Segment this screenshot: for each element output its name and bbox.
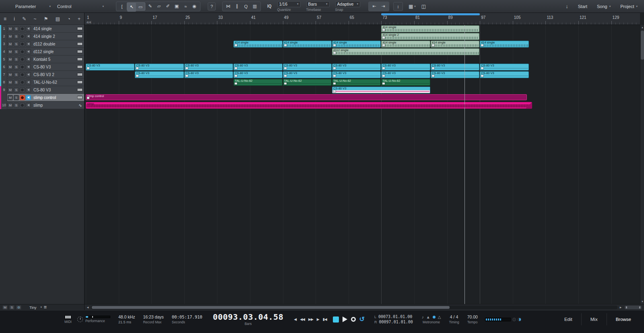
clip[interactable]: CS-80 V3 (480, 71, 528, 78)
list-menu-icon[interactable]: ≣ (43, 305, 47, 310)
crossfade-button[interactable]: ⋈ (224, 2, 233, 11)
clip[interactable]: CS-80 V3 (184, 64, 233, 70)
layers-button[interactable]: ◫ (421, 4, 426, 9)
channel-strip-button[interactable]: ▥ (250, 2, 259, 11)
clip[interactable]: 414 single (480, 41, 528, 48)
track-monitor-button[interactable] (26, 80, 31, 85)
track-name[interactable]: d112 single (31, 50, 76, 54)
track-row[interactable]: 2 M S 414 single 2 (0, 33, 84, 40)
track-monitor-button[interactable] (26, 34, 31, 39)
track-record-arm-button[interactable] (20, 41, 25, 47)
previous-bar-button[interactable]: ◀ (294, 317, 296, 321)
track-record-arm-button[interactable] (20, 80, 25, 85)
clip[interactable]: CS-80 V3 (233, 71, 282, 78)
edit-tool-icon[interactable]: ✎ (22, 16, 26, 22)
track-monitor-button[interactable] (26, 64, 31, 70)
clip[interactable]: 414 single (332, 41, 381, 48)
clip[interactable]: CS-80 V3 (431, 64, 479, 70)
follow-cursor-button[interactable]: ⇥ (379, 2, 388, 11)
track-row[interactable]: 7 M S CS-80 V3 2 (0, 71, 84, 79)
zoom-handle-left[interactable] (626, 306, 627, 308)
quantize-button[interactable]: Q (242, 2, 250, 11)
track-mute-button[interactable]: M (8, 80, 13, 85)
record-button[interactable] (351, 317, 356, 322)
track-solo-button[interactable]: S (14, 41, 19, 47)
track-solo-button[interactable]: S (14, 72, 19, 77)
clip[interactable]: TAL-U-No-62 (381, 79, 430, 86)
range-tool-button[interactable]: ▭ (136, 3, 145, 12)
clip[interactable]: d112 single (332, 48, 479, 55)
play-button[interactable] (343, 316, 347, 322)
clip[interactable]: CS-80 V3 (135, 71, 184, 78)
vertical-scrollbar[interactable]: ▴ ▾ (640, 25, 644, 304)
mix-view-button[interactable]: Mix (581, 313, 607, 325)
track-solo-button[interactable]: S (14, 57, 19, 62)
rewind-button[interactable]: ◀◀ (300, 317, 305, 321)
clip[interactable]: CS-80 V3 (431, 71, 479, 78)
clip-lanes[interactable]: 414 single 414 single 2 414 single 414 s… (85, 25, 640, 304)
arrow-tool-button[interactable]: ↖ (127, 3, 136, 12)
track-monitor-button[interactable] (26, 26, 31, 31)
track-row[interactable]: 6 M S CS-80 V3 (0, 63, 84, 71)
track-record-arm-button[interactable] (20, 64, 25, 70)
track-row[interactable]: 4 M S d112 single (0, 48, 84, 56)
project-page-button[interactable]: Project▾ (620, 4, 638, 9)
scroll-up-button[interactable]: ▴ (640, 26, 644, 29)
timeline-ruler[interactable]: 191725334149576573818997105113121129 4/4 (85, 13, 640, 25)
track-row[interactable]: 8 M S TAL-U-No-62 (0, 79, 84, 86)
track-monitor-button[interactable] (26, 49, 31, 54)
track-monitor-button[interactable] (26, 87, 31, 93)
track-mute-button[interactable]: M (8, 64, 13, 70)
eraser-tool-button[interactable]: ▱ (155, 2, 163, 11)
track-record-arm-button[interactable] (20, 87, 25, 93)
output-device-icon[interactable]: ↓ (566, 3, 568, 9)
track-row[interactable]: M S slimp control (0, 94, 84, 101)
loop-region-bar[interactable] (381, 13, 480, 15)
track-record-arm-button[interactable] (20, 103, 25, 108)
track-record-arm-button[interactable] (20, 95, 25, 100)
track-record-arm-button[interactable] (20, 72, 25, 77)
track-list-icon[interactable]: ≡ (4, 16, 6, 22)
clip[interactable]: CS-80 V3 (283, 64, 332, 70)
track-monitor-button[interactable] (26, 72, 31, 77)
track-mute-button[interactable]: M (8, 26, 13, 31)
automation-icon[interactable]: ~ (34, 16, 37, 22)
preroll-icon[interactable]: ♪ (422, 315, 424, 319)
track-row[interactable]: 3 M S d112 double (0, 40, 84, 48)
track-row[interactable]: 5 M S Kontakt 5 (0, 56, 84, 63)
zoom-control[interactable] (625, 306, 642, 309)
clip[interactable]: slimp control (86, 94, 527, 100)
song-page-button[interactable]: Song▾ (597, 4, 611, 9)
help-button[interactable]: ? (208, 2, 216, 10)
track-mute-button[interactable]: M (8, 57, 13, 62)
next-bar-button[interactable]: ▶ (317, 317, 319, 321)
browse-view-button[interactable]: Browse (607, 313, 640, 325)
zoom-handle-right[interactable] (639, 306, 640, 308)
track-record-arm-button[interactable] (20, 49, 25, 54)
input-quantize-toggle[interactable]: IQ (267, 4, 272, 8)
snap-selector[interactable]: Adaptive▾ Snap (335, 0, 360, 12)
clip[interactable]: CS-80 V3 (283, 71, 332, 78)
track-name[interactable]: CS-80 V3 2 (31, 72, 76, 77)
track-mute-button[interactable]: M (8, 41, 13, 47)
inspector-icon[interactable]: i (14, 16, 15, 22)
track-name[interactable]: TAL-U-No-62 (31, 80, 76, 85)
clock-icon[interactable]: ◔ (67, 16, 70, 22)
scrollbar-thumb[interactable] (92, 306, 450, 309)
track-record-arm-button[interactable] (20, 57, 25, 62)
timestretch-button[interactable]: ∥ (233, 2, 242, 11)
power-button[interactable]: ⊙ (16, 305, 21, 310)
track-monitor-button[interactable] (26, 95, 31, 100)
clip[interactable]: CS-80 V3 (332, 71, 381, 78)
scroll-left-button[interactable]: ◂ (85, 305, 90, 309)
track-monitor-button[interactable] (26, 57, 31, 62)
loop-locators[interactable]: L00073.01.01.00 R00097.01.01.00 (374, 314, 413, 324)
vscrollbar-thumb[interactable] (641, 31, 644, 60)
track-mute-button[interactable]: M (8, 49, 13, 54)
marker-flag-icon[interactable]: ⚑ (44, 16, 48, 22)
track-solo-button[interactable]: S (14, 49, 19, 54)
parameter-dropdown[interactable]: Parameter ▾ (12, 0, 54, 12)
edit-view-button[interactable]: Edit (555, 313, 581, 325)
clip[interactable]: CS-80 V3 (233, 64, 282, 70)
pencil-tool-button[interactable]: ✎ (146, 2, 155, 11)
